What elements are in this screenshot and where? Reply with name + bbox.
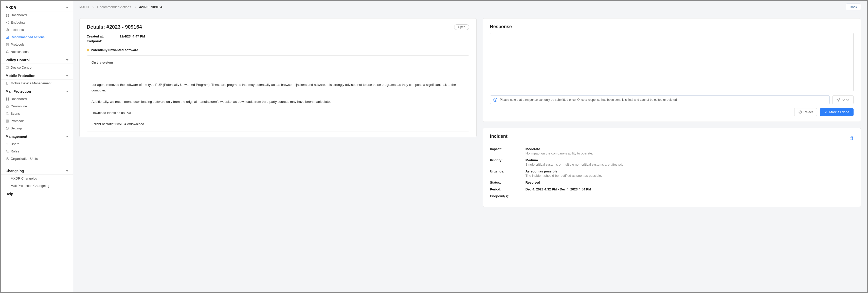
incident-priority-value: Medium [526, 158, 854, 162]
sidebar-section-changelog[interactable]: Changelog [1, 167, 73, 175]
chevron-down-icon [66, 170, 68, 172]
created-at-value: 12/4/23, 4:47 PM [120, 34, 145, 38]
sidebar-item-roles[interactable]: Roles [1, 148, 73, 155]
sidebar-item-users[interactable]: Users [1, 140, 73, 148]
sidebar-item-mdm[interactable]: Mobile Device Management [1, 79, 73, 87]
sidebar-item-mail-dashboard[interactable]: Dashboard [1, 95, 73, 103]
sidebar-item-device-control[interactable]: Device Control [1, 64, 73, 71]
sidebar-item-recommended-actions[interactable]: Recommended Actions [1, 33, 73, 41]
incident-urgency-label: Urgency: [490, 169, 521, 177]
sidebar-section-label: Changelog [6, 169, 24, 173]
incident-impact-value: Moderate [526, 147, 854, 151]
svg-point-21 [7, 84, 7, 84]
incident-period-label: Period: [490, 187, 521, 191]
send-button-label: Send [842, 98, 849, 102]
sidebar-section-label: Mail Protection [6, 89, 31, 93]
details-card: Details: #2023 - 909164 Open Created at:… [79, 18, 476, 137]
mobile-icon [6, 82, 9, 85]
reject-button[interactable]: Reject [794, 108, 817, 116]
svg-rect-25 [8, 99, 9, 101]
svg-line-28 [8, 114, 9, 115]
sidebar-item-label: Dashboard [11, 97, 27, 101]
sidebar-item-label: Incidents [11, 28, 24, 32]
sidebar-item-endpoints[interactable]: Endpoints [1, 19, 73, 26]
svg-rect-26 [6, 106, 8, 107]
scan-icon [6, 112, 9, 116]
response-title: Response [490, 24, 854, 29]
roles-icon [6, 150, 9, 153]
svg-line-8 [7, 23, 8, 23]
mark-done-button[interactable]: Mark as done [820, 108, 854, 116]
info-icon [493, 98, 497, 102]
back-button[interactable]: Back [846, 4, 861, 10]
chevron-right-icon [92, 6, 94, 9]
protocol-icon [6, 119, 9, 123]
sidebar-item-quarantine[interactable]: Quarantine [1, 103, 73, 110]
svg-point-11 [7, 30, 8, 31]
sidebar-item-org-units[interactable]: Organization Units [1, 155, 73, 162]
svg-point-35 [6, 151, 7, 152]
reject-button-label: Reject [803, 110, 813, 114]
svg-rect-39 [8, 159, 9, 160]
sidebar-item-label: Organization Units [11, 157, 38, 161]
sidebar-section-policy-control[interactable]: Policy Control [1, 56, 73, 64]
sidebar-section-label: MXDR [6, 6, 16, 10]
users-icon [6, 142, 9, 146]
svg-rect-1 [8, 14, 9, 15]
status-pill[interactable]: Open [454, 24, 469, 30]
sidebar-section-mail-protection[interactable]: Mail Protection [1, 87, 73, 95]
threat-title: Potentially unwanted software. [91, 48, 139, 52]
sidebar-section-help[interactable]: Help [1, 190, 73, 198]
svg-rect-18 [6, 67, 9, 68]
mark-done-button-label: Mark as done [829, 110, 849, 114]
grid-icon [6, 97, 9, 101]
breadcrumb-current: #2023 - 909164 [139, 5, 162, 9]
sidebar-item-mail-protocols[interactable]: Protocols [1, 117, 73, 125]
sidebar: MXDR Dashboard Endpoints Incidents Recom… [1, 1, 73, 292]
sidebar-item-label: Recommended Actions [11, 35, 44, 39]
response-notice-text: Please note that a response can only be … [500, 98, 678, 102]
reject-icon [799, 110, 802, 114]
sidebar-item-protocols[interactable]: Protocols [1, 41, 73, 48]
svg-rect-3 [8, 15, 9, 17]
svg-point-41 [495, 99, 496, 99]
open-external-icon[interactable] [849, 136, 854, 140]
sidebar-item-incidents[interactable]: Incidents [1, 26, 73, 33]
sidebar-section-management[interactable]: Management [1, 132, 73, 140]
breadcrumb-root[interactable]: MXDR [79, 5, 89, 9]
sidebar-section-label: Management [6, 134, 27, 138]
sidebar-item-label: MXDR Changelog [11, 176, 37, 180]
sidebar-item-notifications[interactable]: Notifications [1, 48, 73, 56]
sidebar-section-label: Mobile Protection [6, 74, 35, 78]
svg-rect-23 [8, 97, 9, 99]
incident-priority-sub: Single critical systems or multiple non-… [526, 163, 854, 166]
incident-card: Incident Impact: Moderate No impact on t… [483, 128, 861, 207]
send-button[interactable]: Send [832, 95, 854, 104]
sidebar-item-mail-changelog[interactable]: Mail Protection Changelog [1, 182, 73, 189]
breadcrumb-section[interactable]: Recommended Actions [97, 5, 131, 9]
sidebar-item-label: Scans [11, 112, 20, 116]
chevron-down-icon [66, 7, 68, 8]
sidebar-item-settings[interactable]: Settings [1, 125, 73, 132]
svg-rect-22 [6, 97, 7, 99]
sidebar-item-dashboard[interactable]: Dashboard [1, 11, 73, 19]
incident-icon [6, 28, 9, 32]
sidebar-section-mobile-protection[interactable]: Mobile Protection [1, 72, 73, 79]
incident-endpoints-label: Endpoint(s): [490, 194, 521, 198]
response-notice: Please note that a response can only be … [490, 95, 830, 104]
sidebar-item-mxdr-changelog[interactable]: MXDR Changelog [1, 175, 73, 182]
sidebar-item-label: Quarantine [11, 104, 27, 108]
incident-priority-label: Priority: [490, 158, 521, 166]
sidebar-item-scans[interactable]: Scans [1, 110, 73, 117]
incident-urgency-sub: The incident should be rectified as soon… [526, 174, 854, 177]
incident-title: Incident [490, 134, 507, 139]
svg-rect-24 [6, 99, 7, 101]
response-textarea[interactable] [490, 33, 854, 91]
threat-severity-dot [87, 49, 89, 52]
check-icon [825, 110, 828, 114]
sidebar-item-label: Protocols [11, 42, 24, 46]
gear-icon [6, 127, 9, 130]
sidebar-item-label: Device Control [11, 66, 32, 69]
incident-period-value: Dec 4, 2023 4:32 PM - Dec 4, 2023 4:54 P… [526, 187, 854, 191]
sidebar-section-mxdr[interactable]: MXDR [1, 4, 73, 11]
